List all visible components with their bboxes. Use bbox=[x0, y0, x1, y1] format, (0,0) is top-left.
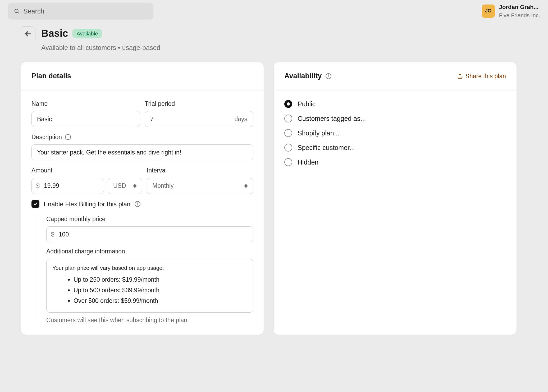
search-input[interactable] bbox=[23, 7, 148, 15]
availability-card: Availability i Share this plan PublicCus… bbox=[273, 62, 517, 335]
check-icon bbox=[33, 202, 38, 206]
availability-option[interactable]: Hidden bbox=[284, 158, 506, 167]
page-subtitle: Available to all customers • usage-based bbox=[41, 43, 160, 52]
availability-option-label: Customers tagged as... bbox=[298, 114, 366, 123]
info-icon[interactable]: i bbox=[65, 134, 71, 140]
trial-label: Trial period bbox=[145, 99, 253, 108]
interval-value: Monthly bbox=[152, 181, 174, 190]
additional-charge-label: Additional charge information bbox=[46, 247, 253, 256]
tier-item: Up to 500 orders: $39.99/month bbox=[74, 285, 247, 295]
availability-option[interactable]: Public bbox=[284, 99, 506, 109]
plan-details-card: Plan details Name Trial period days bbox=[21, 62, 264, 335]
capped-label: Capped monthly price bbox=[46, 215, 253, 223]
radio-button[interactable] bbox=[284, 100, 292, 108]
radio-button[interactable] bbox=[284, 129, 292, 137]
capped-input[interactable] bbox=[46, 226, 253, 242]
availability-option-label: Specific customer... bbox=[298, 143, 355, 152]
additional-charge-intro: Your plan price will vary based on app u… bbox=[52, 264, 247, 272]
svg-line-1 bbox=[18, 12, 19, 13]
share-icon bbox=[457, 73, 463, 79]
name-input[interactable] bbox=[31, 111, 140, 127]
availability-option[interactable]: Specific customer... bbox=[284, 143, 506, 152]
back-button[interactable] bbox=[21, 26, 35, 41]
info-icon[interactable]: i bbox=[326, 73, 331, 79]
availability-option-label: Shopify plan... bbox=[298, 129, 339, 138]
status-badge: Available bbox=[72, 29, 102, 38]
currency-symbol: $ bbox=[51, 230, 54, 239]
interval-select[interactable]: Monthly bbox=[147, 178, 253, 194]
tier-item: Up to 250 orders: $19.99/month bbox=[74, 274, 247, 285]
page-title: Basic bbox=[41, 26, 68, 40]
tier-item: Over 500 orders: $59.99/month bbox=[74, 295, 247, 306]
additional-charge-hint: Customers will see this when subscribing… bbox=[46, 316, 253, 324]
search-field[interactable] bbox=[8, 3, 153, 20]
arrow-left-icon bbox=[24, 30, 32, 38]
currency-select[interactable]: USD bbox=[108, 178, 142, 194]
info-icon[interactable]: i bbox=[135, 201, 140, 207]
user-org: Five Friends Inc. bbox=[499, 11, 540, 19]
availability-option[interactable]: Customers tagged as... bbox=[284, 114, 506, 123]
description-input[interactable] bbox=[31, 144, 253, 160]
user-menu[interactable]: JG Jordan Grah... Five Friends Inc. bbox=[482, 3, 540, 19]
availability-heading: Availability bbox=[284, 71, 322, 81]
radio-button[interactable] bbox=[284, 144, 292, 152]
sort-icon bbox=[133, 184, 136, 188]
availability-option-label: Public bbox=[298, 99, 316, 109]
share-plan-label: Share this plan bbox=[465, 72, 506, 80]
additional-charge-textarea[interactable]: Your plan price will vary based on app u… bbox=[46, 259, 253, 313]
flex-billing-label: Enable Flex Billing for this plan bbox=[44, 200, 130, 209]
currency-symbol: $ bbox=[36, 181, 40, 190]
share-plan-link[interactable]: Share this plan bbox=[457, 72, 506, 80]
availability-option-label: Hidden bbox=[298, 158, 318, 167]
amount-input[interactable] bbox=[31, 178, 104, 194]
interval-label: Interval bbox=[147, 166, 253, 175]
radio-button[interactable] bbox=[284, 158, 292, 166]
trial-unit: days bbox=[234, 115, 247, 123]
avatar: JG bbox=[482, 4, 495, 18]
name-label: Name bbox=[31, 99, 140, 108]
availability-option[interactable]: Shopify plan... bbox=[284, 129, 506, 138]
sort-icon bbox=[244, 184, 248, 188]
search-icon bbox=[14, 8, 20, 14]
plan-details-heading: Plan details bbox=[31, 71, 71, 81]
amount-label: Amount bbox=[31, 166, 142, 175]
flex-billing-checkbox[interactable] bbox=[31, 200, 39, 208]
radio-button[interactable] bbox=[284, 115, 292, 122]
currency-value: USD bbox=[113, 181, 126, 190]
description-label: Description bbox=[31, 133, 62, 141]
user-name: Jordan Grah... bbox=[499, 3, 540, 11]
